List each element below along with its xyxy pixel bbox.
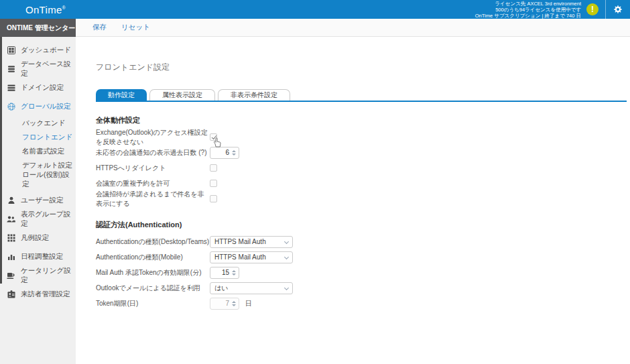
number-value: 6: [225, 149, 229, 156]
ontime-logo: OnTime®: [0, 4, 66, 15]
hide-subject-checkbox[interactable]: [210, 195, 217, 202]
select-value: はい: [214, 284, 228, 293]
section-heading-authentication: 認証方法(Authentication): [96, 220, 627, 230]
field-label: Authenticationの種類(Mobile): [96, 253, 210, 262]
sidebar-item-name-format[interactable]: 名前書式設定: [0, 144, 76, 158]
save-button[interactable]: 保存: [92, 23, 107, 32]
sidebar-item-label: 来訪者管理設定: [21, 290, 70, 299]
sidebar-item-label: バックエンド: [22, 119, 65, 128]
unanswered-days-input[interactable]: 6: [210, 147, 239, 159]
sidebar-item-backend[interactable]: バックエンド: [0, 116, 76, 130]
form-row-auth-mobile: Authenticationの種類(Mobile) HTTPS Mail Aut…: [96, 249, 627, 265]
number-value: 15: [222, 269, 229, 276]
field-label: HTTPSへリダイレクト: [96, 164, 210, 173]
alert-icon[interactable]: !: [586, 3, 598, 15]
token-expiry-input[interactable]: 7: [210, 298, 239, 310]
form-row-token-expiry: Token期限(日) 7 日: [96, 296, 627, 311]
select-value: HTTPS Mail Auth: [214, 253, 266, 261]
sidebar-item-display-group[interactable]: 表示グループ設定: [0, 210, 76, 229]
bar-chart-icon: [7, 253, 15, 261]
form-row-token-validity: Mail Auth 承認Tokenの有効期限(分) 15: [96, 265, 627, 280]
double-booking-checkbox[interactable]: [210, 180, 217, 187]
sidebar-item-label: 凡例設定: [21, 233, 49, 243]
field-label: Token期限(日): [96, 299, 210, 308]
authentication-form: Authenticationの種類(Desktop/Teams) HTTPS M…: [96, 234, 627, 311]
https-redirect-checkbox[interactable]: [210, 164, 217, 172]
sidebar-item-label: デフォルト設定: [22, 161, 72, 170]
sidebar-item-user-settings[interactable]: ユーザー設定: [0, 191, 76, 210]
sidebar-item-label: データベース設定: [21, 60, 76, 78]
sidebar-scrollbar[interactable]: [0, 37, 2, 284]
license-line-1: ライセンス先 AXCEL 3rd environment: [475, 1, 581, 7]
sidebar-item-domain[interactable]: ドメイン設定: [0, 78, 76, 97]
tab-underline: [96, 101, 627, 102]
token-expiry-unit: 日: [245, 299, 252, 308]
chevron-down-icon: [284, 239, 289, 243]
user-group-icon: [7, 215, 15, 224]
field-label: Outlookでメールによる認証を利用: [96, 284, 210, 293]
field-label: Authenticationの種類(Desktop/Teams): [96, 237, 210, 247]
section-heading-behavior: 全体動作設定: [96, 115, 627, 125]
main-content: フロントエンド設定 動作設定 属性表示設定 非表示条件設定 全体動作設定 Exc…: [76, 38, 630, 364]
form-row-auth-desktop: Authenticationの種類(Desktop/Teams) HTTPS M…: [96, 234, 627, 249]
spinner-arrows[interactable]: [232, 298, 236, 309]
sidebar-item-label: 日程調整設定: [21, 252, 63, 261]
sidebar-item-dashboard[interactable]: ダッシュボード: [0, 41, 76, 60]
registered-mark: ®: [62, 5, 66, 10]
form-row-hide-subject: 会議招待が承諾されるまで件名を非表示にする: [96, 191, 627, 206]
license-line-2: 500のうち94ライセンスを使用中です: [475, 7, 581, 13]
visitor-badge-icon: [7, 290, 15, 299]
catering-cup-icon: [7, 271, 15, 280]
globe-icon: [7, 103, 15, 111]
sidebar-title: ONTIME 管理センター: [0, 19, 76, 37]
sidebar-item-label: ロール(役割)設定: [22, 170, 76, 189]
exchange-access-checkbox[interactable]: [210, 133, 217, 141]
form-row-unanswered-days: 未応答の会議通知の表示過去日数 (?) 6: [96, 145, 627, 160]
page-title: フロントエンド設定: [96, 62, 627, 73]
tab-hide-condition-settings[interactable]: 非表示条件設定: [218, 89, 290, 101]
sidebar-item-catering[interactable]: ケータリング設定: [0, 266, 76, 285]
select-value: HTTPS Mail Auth: [214, 238, 266, 245]
dashboard-icon: [7, 46, 15, 55]
tab-bar: 動作設定 属性表示設定 非表示条件設定: [96, 89, 627, 101]
outlook-mail-auth-select[interactable]: はい: [210, 282, 293, 294]
tab-behavior-settings[interactable]: 動作設定: [96, 89, 147, 101]
sidebar-item-global-settings[interactable]: グローバル設定: [0, 97, 76, 116]
sidebar-item-legend[interactable]: 凡例設定: [0, 229, 76, 247]
sidebar-item-label: ケータリング設定: [21, 266, 76, 285]
sidebar-item-label: 表示グループ設定: [21, 210, 76, 229]
license-info: ライセンス先 AXCEL 3rd environment 500のうち94ライセ…: [475, 1, 581, 19]
sidebar-item-label: 名前書式設定: [22, 147, 64, 156]
database-icon: [7, 65, 15, 74]
behavior-form: Exchange(Outlook)のアクセス権設定を反映させない 未応答の会議通…: [96, 129, 627, 206]
legend-grid-icon: [7, 234, 15, 243]
sidebar-item-role-settings[interactable]: ロール(役割)設定: [0, 172, 76, 186]
field-label: Mail Auth 承認Tokenの有効期限(分): [96, 268, 210, 278]
reset-button[interactable]: リセット: [121, 23, 150, 32]
auth-type-mobile-select[interactable]: HTTPS Mail Auth: [210, 251, 293, 263]
form-row-https-redirect: HTTPSへリダイレクト: [96, 160, 627, 176]
action-toolbar: 保存 リセット: [76, 19, 630, 37]
number-value: 7: [225, 300, 229, 307]
tab-attribute-display-settings[interactable]: 属性表示設定: [149, 89, 215, 101]
field-label: Exchange(Outlook)のアクセス権設定を反映させない: [96, 128, 210, 147]
field-label: 未応答の会議通知の表示過去日数 (?): [96, 148, 210, 158]
token-validity-input[interactable]: 15: [210, 267, 239, 279]
spinner-arrows[interactable]: [232, 267, 236, 278]
sidebar-item-visitor[interactable]: 来訪者管理設定: [0, 285, 76, 304]
license-line-3: OnTime サブスクリプション | 終了まで 740 日: [475, 13, 581, 19]
form-row-exchange-access: Exchange(Outlook)のアクセス権設定を反映させない: [96, 129, 627, 145]
spinner-arrows[interactable]: [232, 147, 236, 158]
top-bar: OnTime® ライセンス先 AXCEL 3rd environment 500…: [0, 0, 630, 19]
gear-icon[interactable]: [606, 0, 630, 19]
sidebar-item-database[interactable]: データベース設定: [0, 60, 76, 78]
field-label: 会議室の重複予約を許可: [96, 179, 210, 188]
form-row-outlook-mail-auth: Outlookでメールによる認証を利用 はい: [96, 280, 627, 296]
domain-list-icon: [7, 84, 15, 93]
sidebar: ダッシュボード データベース設定 ドメイン設定 グローバル設定 バックエンド フ…: [0, 37, 76, 364]
sidebar-item-label: ダッシュボード: [21, 46, 71, 55]
auth-type-desktop-select[interactable]: HTTPS Mail Auth: [210, 236, 293, 248]
user-icon: [7, 196, 15, 205]
sidebar-item-schedule[interactable]: 日程調整設定: [0, 247, 76, 266]
sidebar-item-frontend[interactable]: フロントエンド: [0, 130, 76, 144]
